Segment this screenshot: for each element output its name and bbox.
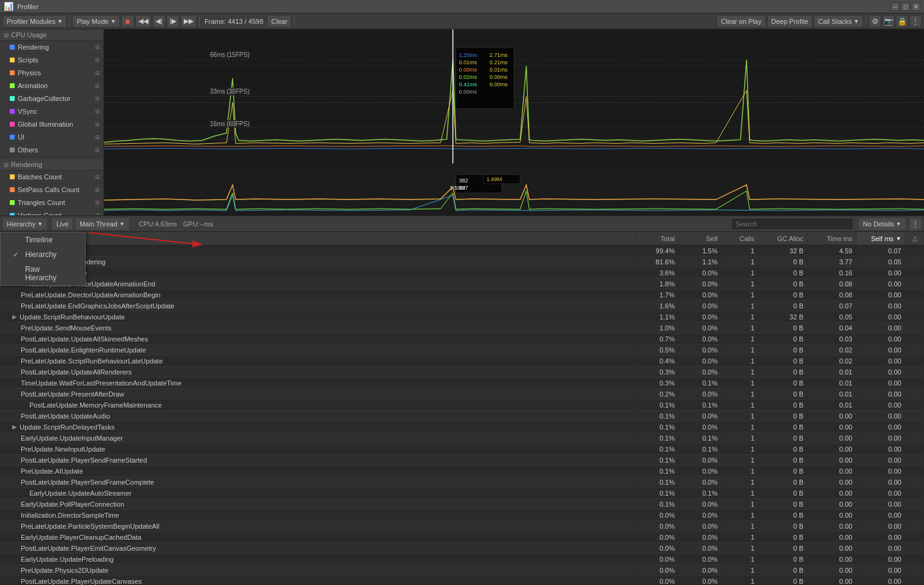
expand-arrow[interactable]: ▶	[12, 423, 17, 430]
table-row[interactable]: PostLateUpdate.UpdateAllRenderers 0.3% 0…	[0, 367, 924, 378]
settings-button[interactable]: ⚙	[869, 15, 881, 28]
table-row[interactable]: PostLateUpdate.PlayerUpdateCanvases 0.0%…	[0, 576, 924, 585]
table-row[interactable]: PostLateUpdate.PlayerEmitCanvasGeometry …	[0, 543, 924, 554]
sidebar-render-item-2[interactable]: Triangles Count ≡	[0, 196, 103, 209]
table-row[interactable]: PostLateUpdate.UpdateAllSkinnedMeshes 0.…	[0, 333, 924, 345]
table-row[interactable]: PostLateUpdate.EnlightenRuntimeUpdate 0.…	[0, 345, 924, 356]
record-button[interactable]: ⏺	[121, 15, 134, 28]
expand-arrow[interactable]: ▶	[12, 313, 17, 320]
table-row[interactable]: EarlyUpdate.UpdateInputManager 0.1% 0.1%…	[0, 433, 924, 444]
deep-profile-button[interactable]: Deep Profile	[767, 15, 813, 28]
table-row[interactable]: ▶ Update.ScriptRunDelayedTasks 0.1% 0.0%…	[0, 422, 924, 433]
screenshot-button[interactable]: 📷	[882, 15, 895, 28]
cpu-usage-group[interactable]: ⊞ CPU Usage	[0, 29, 103, 41]
sidebar-cpu-item-3[interactable]: Animation ≡	[0, 80, 103, 92]
sidebar-cpu-item-0[interactable]: Rendering ≡	[0, 41, 103, 54]
search-input[interactable]	[731, 218, 854, 230]
render-menu-1[interactable]: ≡	[95, 185, 100, 195]
rendering-group[interactable]: ⊞ Rendering	[0, 159, 103, 171]
table-row[interactable]: PostLateUpdate.MemoryFrameMaintenance 0.…	[0, 400, 924, 411]
render-menu-3[interactable]: ≡	[95, 211, 100, 215]
play-mode-dropdown[interactable]: Play Mode ▼	[72, 15, 120, 28]
table-row[interactable]: PostLateUpdate.PlayerSendFrameComplete 0…	[0, 477, 924, 488]
call-stacks-dropdown[interactable]: Call Stacks ▼	[814, 15, 863, 28]
table-row[interactable]: PostLateUpdate.UpdateAudio 0.1% 0.0% 1 0…	[0, 411, 924, 422]
th-total[interactable]: Total	[636, 232, 679, 245]
no-details-dropdown[interactable]: No Details ▼	[858, 218, 906, 230]
table-row[interactable]: PreLateUpdate.ParticleSystemBeginUpdateA…	[0, 521, 924, 532]
table-row[interactable]: EarlyUpdate.PlayerCleanupCachedData 0.0%…	[0, 532, 924, 543]
maximize-button[interactable]: □	[901, 2, 910, 11]
th-gc[interactable]: GC Alloc	[759, 232, 808, 245]
sidebar-menu-8[interactable]: ≡	[95, 145, 100, 155]
th-time[interactable]: Time ms	[808, 232, 857, 245]
sidebar-menu-6[interactable]: ≡	[95, 119, 100, 129]
table-row[interactable]: Initialization.DirectorSampleTime 0.0% 0…	[0, 510, 924, 521]
table-row[interactable]: PreUpdate.AIUpdate 0.1% 0.0% 1 0 B 0.00 …	[0, 466, 924, 477]
sidebar-menu-2[interactable]: ≡	[95, 68, 100, 78]
sidebar-cpu-item-8[interactable]: Others ≡	[0, 144, 103, 157]
th-triangle[interactable]: △	[906, 232, 924, 245]
hierarchy-dropdown-menu[interactable]: Timeline ✓ Hierarchy Raw Hierarchy	[0, 232, 86, 286]
render-menu-0[interactable]: ≡	[95, 172, 100, 182]
table-row[interactable]: PreLateUpdate.DirectorUpdateAnimationEnd…	[0, 278, 924, 289]
table-row[interactable]: PostLateUpdate.PlayerSendFrameStarted 0.…	[0, 455, 924, 466]
th-self[interactable]: Self	[679, 232, 722, 245]
sidebar-menu-5[interactable]: ≡	[95, 106, 100, 116]
table-row[interactable]: PreLateUpdate.EndGraphicsJobsAfterScript…	[0, 300, 924, 311]
sidebar-menu-4[interactable]: ≡	[95, 94, 100, 103]
th-selfms[interactable]: Self ms ▼	[857, 232, 906, 245]
table-row[interactable]: PostLateUpdate.PresentAfterDraw 0.2% 0.0…	[0, 389, 924, 400]
timeline-option[interactable]: Timeline	[1, 233, 85, 247]
clear-button[interactable]: Clear	[267, 15, 291, 28]
raw-hierarchy-option[interactable]: Raw Hierarchy	[1, 262, 85, 285]
prev-frame-button[interactable]: ◀◀	[135, 15, 151, 28]
hierarchy-options-button[interactable]: ⋮	[909, 218, 922, 230]
sidebar-cpu-item-1[interactable]: Scripts ≡	[0, 54, 103, 67]
table-row[interactable]: PreLateUpdate.DirectorUpdateAnimationBeg…	[0, 289, 924, 300]
close-button[interactable]: ✕	[912, 2, 920, 11]
table-row[interactable]: TimeUpdate.WaitForLastPresentationAndUpd…	[0, 378, 924, 389]
table-row[interactable]: EditorLoop.SceneRendering 81.6% 1.1% 1 0…	[0, 256, 924, 267]
step-forward-button[interactable]: |▶	[167, 15, 179, 28]
table-row[interactable]: EarlyUpdate.UpdateAutoStreamer 0.1% 0.1%…	[0, 488, 924, 499]
sidebar-render-item-3[interactable]: Vertices Count ≡	[0, 209, 103, 215]
td-self-26: 0.0%	[679, 532, 722, 542]
render-menu-2[interactable]: ≡	[95, 198, 100, 207]
live-button[interactable]: Live	[52, 218, 73, 230]
th-calls[interactable]: Calls	[722, 232, 759, 245]
table-row[interactable]: ▶ PlayerLoop.EndFrame 3.6% 0.0% 1 0 B 0.…	[0, 267, 924, 278]
lock-button[interactable]: 🔒	[896, 15, 908, 28]
table-row[interactable]: EarlyUpdate.UpdatePreloading 0.0% 0.0% 1…	[0, 554, 924, 565]
minimize-button[interactable]: ─	[891, 2, 900, 11]
sidebar-menu-0[interactable]: ≡	[95, 42, 100, 52]
sidebar-cpu-item-4[interactable]: GarbageCollector ≡	[0, 92, 103, 105]
table-row[interactable]: PreUpdate.NewInputUpdate 0.1% 0.1% 1 0 B…	[0, 444, 924, 455]
sidebar-render-item-1[interactable]: SetPass Calls Count ≡	[0, 184, 103, 196]
sidebar-cpu-item-5[interactable]: VSync ≡	[0, 105, 103, 118]
sidebar-menu-7[interactable]: ≡	[95, 132, 100, 142]
sidebar-cpu-item-2[interactable]: Physics ≡	[0, 67, 103, 80]
table-row[interactable]: PreUpdate.Physics2DUpdate 0.0% 0.0% 1 0 …	[0, 565, 924, 576]
sidebar-menu-1[interactable]: ≡	[95, 55, 100, 65]
sidebar-render-item-0[interactable]: Batches Count ≡	[0, 171, 103, 184]
sidebar-menu-3[interactable]: ≡	[95, 81, 100, 91]
table-row[interactable]: PreUpdate.SendMouseEvents 1.0% 0.0% 1 0 …	[0, 322, 924, 333]
sidebar-cpu-item-7[interactable]: UI ≡	[0, 131, 103, 144]
table-row[interactable]: ▶ PlayerLoop 99.4% 1.5% 1 32 B 4.59 0.07	[0, 245, 924, 256]
hierarchy-view-dropdown[interactable]: Hierarchy ▼	[2, 218, 47, 230]
next-frame-button[interactable]: ▶▶	[181, 15, 197, 28]
td-selfms-15: 0.00	[857, 411, 906, 421]
table-row[interactable]: ▶ Update.ScriptRunBehaviourUpdate 1.1% 0…	[0, 311, 924, 322]
td-self-8: 0.0%	[679, 333, 722, 344]
more-button[interactable]: ⋮	[909, 15, 922, 28]
hierarchy-option[interactable]: ✓ Hierarchy	[1, 247, 85, 262]
table-row[interactable]: EarlyUpdate.PollPlayerConnection 0.1% 0.…	[0, 499, 924, 510]
main-thread-dropdown[interactable]: Main Thread ▼	[75, 218, 129, 230]
profiler-modules-dropdown[interactable]: Profiler Modules ▼	[2, 15, 67, 28]
table-row[interactable]: PreLateUpdate.ScriptRunBehaviourLateUpda…	[0, 356, 924, 367]
step-back-button[interactable]: ◀|	[152, 15, 165, 28]
th-overview[interactable]: Overview	[0, 232, 636, 245]
clear-on-play-button[interactable]: Clear on Play	[716, 15, 765, 28]
sidebar-cpu-item-6[interactable]: Global Illumination ≡	[0, 118, 103, 131]
